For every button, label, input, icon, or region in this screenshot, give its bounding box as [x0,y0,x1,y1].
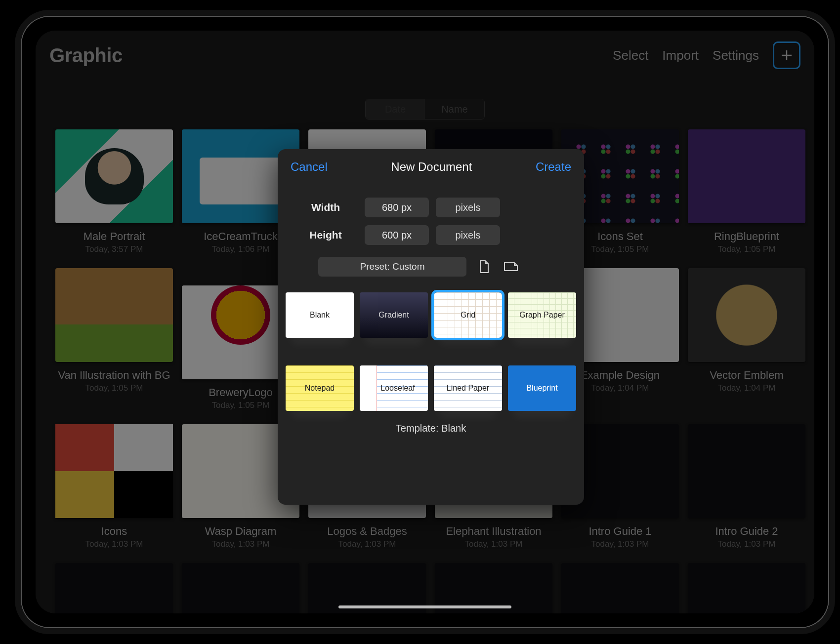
template-label: Graph Paper [519,311,565,320]
template-label: Blueprint [526,384,557,393]
template-notepad[interactable]: Notepad [286,365,354,411]
width-unit[interactable]: pixels [436,198,500,217]
template-label: Notepad [305,384,335,393]
template-blank[interactable]: Blank [286,292,354,338]
modal-header: Cancel New Document Create [278,149,584,183]
preset-button[interactable]: Preset: Custom [318,257,466,277]
orientation-portrait[interactable] [475,258,493,276]
template-label: Blank [310,311,330,320]
height-field[interactable]: 600 px [365,225,429,245]
modal-form: Width 680 px pixels Height 600 px pixels… [278,183,584,282]
portrait-page-icon [479,260,490,274]
template-label: Grid [461,311,475,320]
width-field[interactable]: 680 px [365,198,429,217]
template-looseleaf[interactable]: Looseleaf [360,365,428,411]
device-frame: Graphic Select Import Settings Date Name… [15,10,835,634]
screen: Graphic Select Import Settings Date Name… [36,31,814,613]
height-unit[interactable]: pixels [436,225,500,245]
template-blueprint[interactable]: Blueprint [508,365,576,411]
cancel-button[interactable]: Cancel [291,160,328,174]
orientation-landscape[interactable] [502,258,520,276]
create-button[interactable]: Create [536,160,571,174]
template-caption: Template: Blank [278,411,584,439]
modal-title: New Document [391,160,472,174]
template-label: Gradient [378,311,409,320]
template-grid: BlankGradientGridGraph PaperNotepadLoose… [278,282,584,411]
template-grid[interactable]: Grid [434,292,502,338]
width-label: Width [294,201,358,213]
home-indicator[interactable] [338,605,511,608]
template-gradient[interactable]: Gradient [360,292,428,338]
template-lined-paper[interactable]: Lined Paper [434,365,502,411]
new-document-modal: Cancel New Document Create Width 680 px … [278,149,584,505]
template-graph-paper[interactable]: Graph Paper [508,292,576,338]
template-label: Looseleaf [380,384,415,393]
template-label: Lined Paper [447,384,489,393]
landscape-page-icon [504,261,518,272]
height-label: Height [294,229,358,241]
